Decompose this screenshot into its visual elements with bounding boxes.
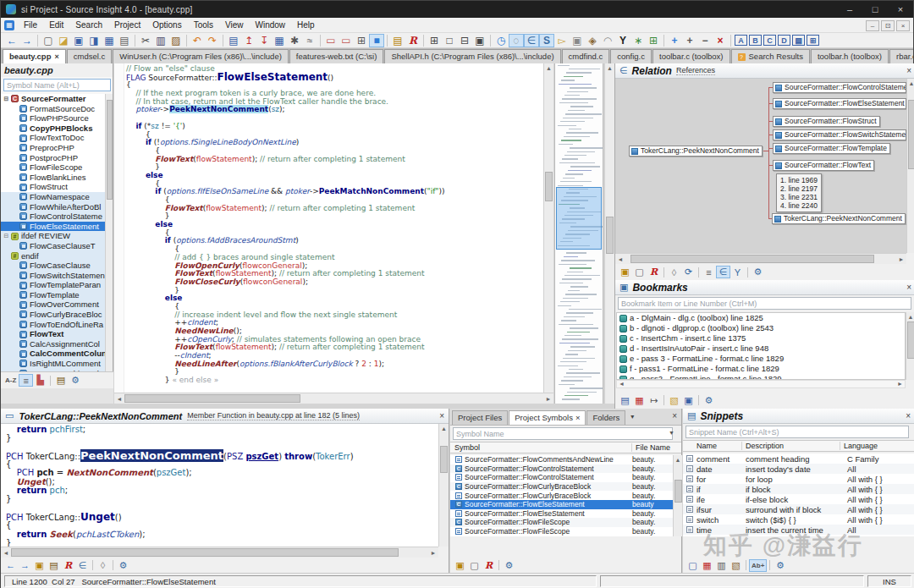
bookmark-item[interactable]: b - dlgnoti - dlgprop.c (toolbox) line 2… [617, 323, 905, 333]
duplicate-snippet-icon[interactable]: ▥ [714, 559, 729, 572]
relation-window-icon[interactable]: ∈ [524, 34, 539, 47]
custom-cmd-c-icon[interactable]: C [763, 35, 776, 46]
add-column-icon[interactable]: + [682, 34, 697, 47]
symbol-tree-item[interactable]: ⊟#ifdef REVIEW [1, 231, 106, 241]
project-symbol-row[interactable]: CSourceFormatter::FlowCurlyBraceBlockbea… [450, 482, 673, 492]
relation-mode-label[interactable]: References [676, 66, 715, 75]
save-icon[interactable]: ▣ [32, 559, 47, 572]
maximize-button[interactable]: □ [862, 1, 888, 18]
save-icon[interactable]: ▣ [618, 266, 632, 278]
column-header-filename[interactable]: File Name [632, 443, 681, 452]
symbol-tree-item[interactable]: FlowSwitchStatemen [1, 271, 106, 281]
paste-icon[interactable]: ▨ [168, 34, 184, 47]
copy-icon[interactable]: ▥ [153, 34, 168, 47]
project-symbol-row[interactable]: SourceFormatter::FlowFileScopebeauty. [450, 527, 673, 536]
symbol-tree-item[interactable]: FlowCurlyBraceBloc [1, 310, 106, 320]
symbol-tree-item[interactable]: IsRightMLComment [1, 359, 106, 369]
symbol-tree-item[interactable]: PreprocPHP [1, 143, 106, 153]
symbol-tree-item[interactable]: FlowWhileAfterDoBl [1, 202, 106, 212]
open-project-file-icon[interactable]: ▻ [554, 34, 570, 47]
custom-cmd-f-icon[interactable]: ⊞ [807, 35, 819, 46]
bookmarks-hscroll[interactable]: ◄► [616, 380, 906, 388]
context-vertical-scrollbar[interactable]: ▲ ▼ [438, 424, 449, 547]
symbol-filter-input[interactable] [3, 79, 111, 91]
scroll-right-arrow[interactable]: ► [896, 256, 906, 262]
scrollbar-thumb[interactable] [908, 100, 914, 169]
settings-gear-icon[interactable]: ⚙ [68, 374, 82, 387]
file-tab-toolbar.h[interactable]: toolbar.h (toolbox) [811, 49, 889, 63]
nav-back-icon[interactable]: ← [4, 34, 19, 47]
project-symbol-row[interactable]: CSourceFormatter::FlowControlStatementbe… [450, 464, 673, 474]
relation-node-source[interactable]: TokerCLang::PeekNextNonComment [629, 146, 763, 157]
snippet-row[interactable]: switchswitch ($i$) { }All with { } [683, 514, 914, 525]
tree-expander-icon[interactable]: ⊟ [3, 94, 10, 104]
scrollbar-thumb[interactable] [107, 100, 113, 200]
relation-horizontal-scrollbar[interactable]: ◄ ► [615, 253, 906, 264]
menu-tools[interactable]: Tools [188, 18, 219, 33]
bookmark-item[interactable]: d - InsertIsInAutoPair - insert.c line 9… [617, 343, 905, 354]
view-list-icon[interactable]: ≡ [19, 374, 33, 387]
file-tab-rbar.c[interactable]: rbar.c (toolbox) [889, 49, 913, 63]
scroll-up-arrow[interactable]: ▲ [907, 79, 914, 88]
scrollbar-thumb[interactable] [907, 321, 914, 359]
sync-cloud-icon[interactable]: ◠ [600, 34, 615, 47]
close-icon[interactable]: × [906, 283, 911, 292]
scroll-up-arrow[interactable]: ▲ [439, 424, 449, 433]
close-icon[interactable]: × [672, 411, 677, 420]
bookmark-search-input[interactable] [618, 297, 911, 310]
file-tab-config.c[interactable]: config.c [610, 49, 652, 63]
save-as-icon[interactable]: ◨ [86, 34, 102, 47]
bookmark-item[interactable]: g - pass2 - FormatLine - format.c line 1… [617, 374, 905, 380]
snippet-row[interactable]: ifeif-else blockAll with { } [683, 494, 914, 504]
tab-close-icon[interactable]: × [54, 50, 58, 63]
column-header-name[interactable]: Name [683, 442, 742, 450]
custom-cmd-e-icon[interactable]: ▤ [792, 35, 805, 46]
project-symbol-row[interactable]: CSourceFormatter::FlowElseStatementbeaut… [450, 500, 673, 509]
delete-snippet-icon[interactable]: ▦ [700, 559, 714, 572]
scrollbar-thumb[interactable] [674, 480, 682, 503]
touch-file-icon[interactable]: ◈ [585, 34, 600, 47]
project-tab-chevron[interactable]: ▾ [626, 410, 638, 425]
scroll-up-arrow[interactable]: ▲ [906, 312, 914, 321]
code-editor[interactable]: // Flow an "else" clauseFLAG SourceForma… [114, 63, 543, 393]
clock-browse-icon[interactable]: ◷ [493, 34, 509, 47]
layout-full-icon[interactable]: □ [442, 34, 457, 47]
relation-node[interactable]: SourceFormatter::FlowSwitchStatement [773, 129, 906, 140]
column-header-language[interactable]: Language [840, 442, 914, 450]
symbol-window-icon[interactable]: S [539, 34, 554, 47]
context-horizontal-scrollbar[interactable]: ◄ ► [1, 547, 438, 558]
scroll-left-arrow[interactable]: ◄ [615, 256, 625, 262]
relation-line-refs[interactable]: 1. line 19692. line 21973. line 22314. l… [776, 173, 822, 212]
relation-node[interactable]: SourceFormatter::FlowTemplate [773, 143, 890, 154]
symbol-tree-item[interactable]: CalcAssignmentCol [1, 339, 106, 349]
symbol-tree-item[interactable]: FlowText [1, 329, 106, 339]
project-symbol-row[interactable]: SourceFormatter::FlowCommentsAndNewLineb… [450, 455, 673, 464]
remove-column-icon[interactable]: − [697, 34, 713, 47]
code-minimap[interactable] [554, 63, 603, 404]
column-header-symbol[interactable]: Symbol [450, 443, 632, 452]
menu-view[interactable]: View [219, 18, 250, 33]
snippet-search-input[interactable] [686, 426, 909, 438]
settings-gear-icon[interactable]: ⚙ [751, 266, 765, 278]
file-tab-cmdsel.c[interactable]: cmdsel.c [67, 49, 112, 63]
close-button[interactable]: × [888, 1, 913, 18]
preview-symbol-icon[interactable]: ▦ [272, 34, 287, 47]
project-tab-folders[interactable]: Folders [586, 410, 625, 425]
symbol-tree-item[interactable]: PostprocPHP [1, 153, 106, 163]
symbol-tree-item[interactable]: CalcCommentColun [1, 349, 106, 359]
bookmark-item[interactable]: f - pass1 - FormatLine - format.c line 1… [617, 364, 905, 374]
editor-horizontal-scrollbar[interactable]: ◄ ► [114, 393, 553, 404]
document-menu-icon[interactable]: ▦ [4, 20, 14, 30]
new-window-icon[interactable]: ▢ [632, 266, 647, 278]
menu-options[interactable]: Options [146, 18, 187, 33]
relation-node[interactable]: TokerCLang::PeekNextNonComment [772, 213, 906, 224]
snippet-row[interactable]: forfor loopAll with { } [683, 474, 914, 484]
symbol-tree-item[interactable]: FlowToEndOfLineRa [1, 320, 106, 330]
image-view-icon[interactable]: ▣ [570, 34, 585, 47]
relation-vertical-scrollbar[interactable]: ▲ ▼ [906, 79, 914, 253]
file-tab-toolbar.c[interactable]: toolbar.c (toolbox) [652, 49, 730, 63]
goto-bookmark-icon[interactable]: ↦ [647, 394, 661, 407]
scroll-right-arrow[interactable]: ► [428, 550, 438, 556]
scroll-left-arrow[interactable]: ◄ [619, 381, 625, 387]
relation-node[interactable]: SourceFormatter::FlowStruct [773, 116, 880, 127]
